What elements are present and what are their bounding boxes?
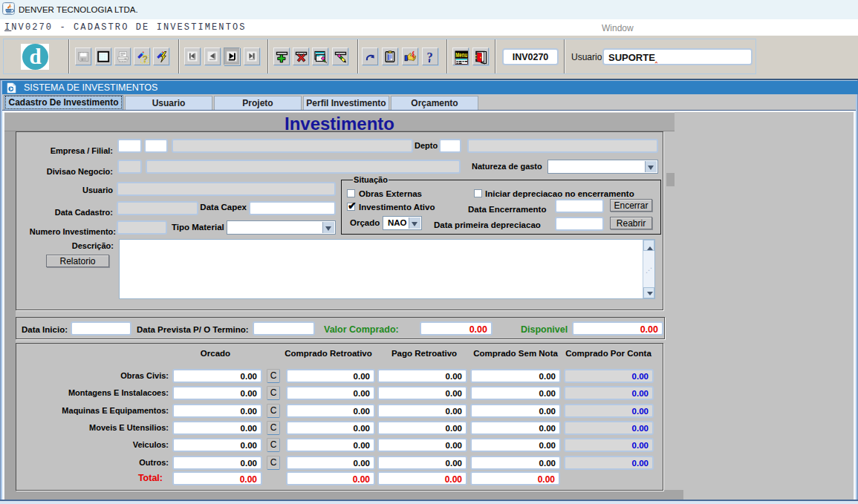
svg-text:Menu: Menu (455, 50, 467, 59)
svg-text:?: ? (143, 54, 148, 64)
